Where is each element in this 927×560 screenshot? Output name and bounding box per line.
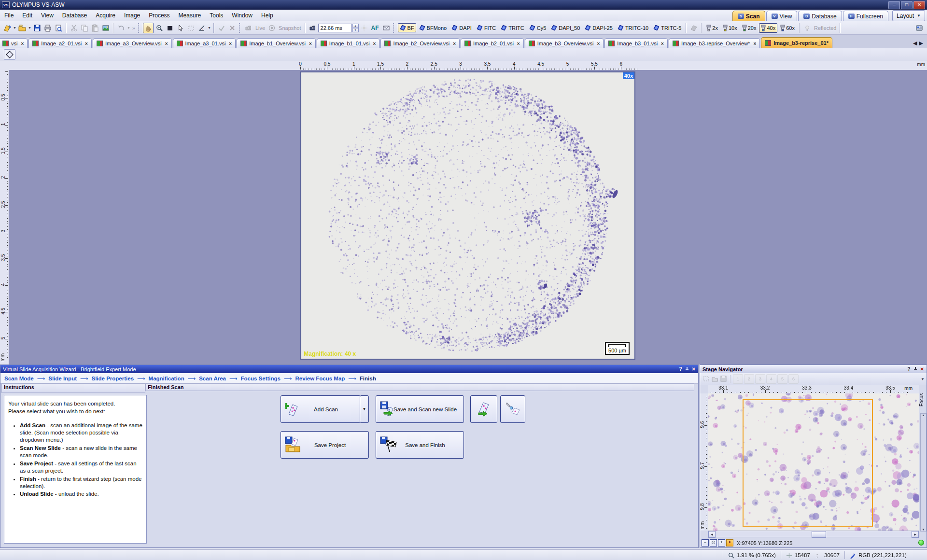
camera-settings-button[interactable] bbox=[308, 23, 318, 33]
print-preview-button[interactable] bbox=[54, 23, 63, 33]
document-tab[interactable]: Image_b1_Overview.vsi× bbox=[237, 38, 316, 48]
scan-area-selection[interactable] bbox=[743, 399, 873, 527]
focus-tab-label[interactable]: Focus bbox=[919, 385, 927, 414]
menu-edit[interactable]: Edit bbox=[18, 11, 37, 20]
add-scan-dropdown[interactable]: ▼ bbox=[360, 395, 369, 423]
wizard-step-finish[interactable]: Finish bbox=[360, 376, 376, 381]
mode-tab-view[interactable]: VView bbox=[766, 11, 798, 21]
zoom-out-button[interactable]: − bbox=[702, 539, 709, 546]
exposure-time-input[interactable]: 22.66 ms bbox=[318, 24, 352, 32]
measure-tool-button[interactable] bbox=[197, 23, 207, 33]
print-button[interactable] bbox=[43, 23, 53, 33]
mode-tab-database[interactable]: DDatabase bbox=[798, 11, 842, 21]
menu-acquire[interactable]: Acquire bbox=[91, 11, 120, 20]
document-tab[interactable]: Image_b1_01.vsi× bbox=[317, 38, 380, 48]
focus-down-icon[interactable]: ▼ bbox=[922, 528, 925, 531]
pointer-tool-button[interactable] bbox=[176, 23, 185, 33]
chevron-down-icon[interactable]: ▼ bbox=[13, 26, 16, 29]
open-image-button[interactable] bbox=[17, 23, 27, 33]
help-icon[interactable]: ? bbox=[679, 366, 682, 372]
pin-icon[interactable] bbox=[913, 366, 917, 372]
focus-up-icon[interactable]: ▲ bbox=[922, 414, 925, 417]
filter-button-tritc-10[interactable]: TRITC-10 bbox=[616, 23, 650, 32]
objective-button-2x[interactable]: 2x bbox=[704, 23, 720, 33]
open-positions-button[interactable] bbox=[711, 375, 719, 383]
objective-button-60x[interactable]: 60x bbox=[778, 23, 797, 33]
undo-button[interactable] bbox=[116, 23, 126, 33]
zoom-in-button[interactable]: + bbox=[718, 539, 725, 546]
scrollbar-thumb[interactable] bbox=[812, 531, 826, 538]
chevron-down-icon[interactable]: ▼ bbox=[127, 26, 130, 29]
stage-h-scrollbar[interactable]: ◀ ▶ bbox=[708, 531, 919, 537]
unload-slide-button[interactable] bbox=[500, 395, 525, 423]
objective-button-20x[interactable]: 20x bbox=[740, 23, 758, 33]
toolbar-overflow-button[interactable]: » bbox=[132, 25, 135, 31]
menu-view[interactable]: View bbox=[37, 11, 58, 20]
image-convert-button[interactable] bbox=[101, 23, 111, 33]
minimize-button[interactable]: – bbox=[888, 1, 900, 9]
close-icon[interactable]: ✕ bbox=[692, 366, 696, 372]
scroll-right-icon[interactable]: ▶ bbox=[912, 531, 919, 538]
snapshot-button[interactable] bbox=[267, 23, 277, 33]
focus-slider[interactable]: ▲ ▼ bbox=[920, 413, 927, 532]
stage-overview-image[interactable] bbox=[708, 393, 919, 531]
exposure-spinner[interactable]: ▲▼ bbox=[352, 24, 359, 32]
menu-file[interactable]: File bbox=[0, 11, 18, 20]
zoom-fit-button[interactable]: ◎ bbox=[710, 539, 717, 546]
close-tab-icon[interactable]: × bbox=[453, 41, 456, 46]
wizard-step-scan-mode[interactable]: Scan Mode bbox=[4, 376, 34, 381]
stage-position-button-5[interactable]: 5 bbox=[777, 374, 787, 384]
select-region-button[interactable] bbox=[702, 375, 711, 383]
filter-button-fitc[interactable]: FITC bbox=[475, 23, 498, 32]
image-viewport[interactable]: 40x Magnification: 40 x 500 µm bbox=[9, 70, 927, 364]
menu-measure[interactable]: Measure bbox=[174, 11, 206, 20]
filter-button-dapi-25[interactable]: DAPI-25 bbox=[583, 23, 615, 32]
document-tab[interactable]: Image_b3-reprise_01* bbox=[761, 37, 832, 48]
spin-up-icon[interactable]: ▲ bbox=[352, 24, 359, 28]
specimen-image[interactable] bbox=[301, 72, 634, 359]
save-and-scan-new-slide-button[interactable]: Save and Scan new Slide bbox=[376, 395, 464, 423]
chevron-down-icon[interactable]: ▼ bbox=[208, 26, 211, 29]
mail-export-button[interactable] bbox=[381, 23, 391, 33]
microscope-control-button[interactable] bbox=[914, 23, 924, 33]
document-tab[interactable]: Image_b2_Overview.vsi× bbox=[380, 38, 460, 48]
pin-icon[interactable] bbox=[685, 366, 689, 372]
document-tab[interactable]: Image_b3_Overview.vsi× bbox=[525, 38, 604, 48]
wizard-step-slide-properties[interactable]: Slide Properties bbox=[92, 376, 134, 381]
stage-position-button-6[interactable]: 6 bbox=[788, 374, 799, 384]
menu-image[interactable]: Image bbox=[120, 11, 144, 20]
scroll-left-icon[interactable]: ◀ bbox=[708, 531, 716, 538]
close-button[interactable]: ✕ bbox=[913, 1, 925, 9]
menu-tools[interactable]: Tools bbox=[205, 11, 227, 20]
close-tab-icon[interactable]: × bbox=[517, 41, 520, 46]
document-tab[interactable]: Image_b3_01.vsi× bbox=[604, 38, 668, 48]
close-tab-icon[interactable]: × bbox=[753, 41, 756, 46]
wizard-step-slide-input[interactable]: Slide Input bbox=[48, 376, 77, 381]
mode-tab-fullscreen[interactable]: FFullscreen bbox=[843, 11, 888, 21]
stage-position-button-3[interactable]: 3 bbox=[755, 374, 765, 384]
document-tab[interactable]: Image_b2_01.vsi× bbox=[461, 38, 524, 48]
cut-button[interactable] bbox=[69, 23, 79, 33]
chevron-down-icon[interactable]: ▼ bbox=[28, 26, 31, 29]
stage-position-button-2[interactable]: 2 bbox=[744, 374, 754, 384]
close-tab-icon[interactable]: × bbox=[661, 41, 664, 46]
chevron-down-icon[interactable]: ▼ bbox=[921, 377, 925, 381]
zoom-tool-button[interactable] bbox=[154, 23, 164, 33]
filter-button-tritc-5[interactable]: TRITC-5 bbox=[651, 23, 683, 32]
live-view-button[interactable] bbox=[244, 23, 253, 33]
mode-tab-scan[interactable]: SScan bbox=[732, 11, 765, 21]
spin-down-icon[interactable]: ▼ bbox=[352, 28, 359, 32]
document-tab[interactable]: Image_a3_01.vsi× bbox=[173, 38, 236, 48]
save-positions-button[interactable] bbox=[719, 375, 728, 383]
tab-scroll-left-button[interactable]: ◀ bbox=[913, 40, 917, 46]
filter-button-tritc[interactable]: TRITC bbox=[499, 23, 526, 32]
cancel-action-button[interactable] bbox=[227, 23, 237, 33]
save-and-finish-button[interactable]: Save and Finish bbox=[376, 431, 464, 459]
close-tab-icon[interactable]: × bbox=[229, 41, 232, 46]
filter-button-bfmono[interactable]: BFMono bbox=[417, 23, 449, 32]
stage-position-button-1[interactable]: 1 bbox=[733, 374, 743, 384]
filter-button-cy5[interactable]: Cy5 bbox=[527, 23, 548, 32]
document-tab[interactable]: Image_a3_Overview.vsi× bbox=[93, 38, 172, 48]
layout-dropdown[interactable]: Layout ▼ bbox=[892, 10, 925, 21]
filter-button-dapi_50[interactable]: DAPI_50 bbox=[549, 23, 582, 32]
